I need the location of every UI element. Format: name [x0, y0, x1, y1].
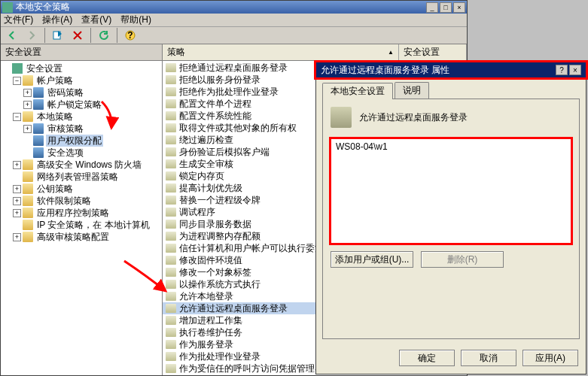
dialog-buttons: 确定 取消 应用(A) — [316, 345, 586, 374]
expand-icon[interactable]: − — [13, 113, 21, 121]
expand-icon[interactable]: + — [13, 233, 21, 241]
tab-page: 允许通过远程桌面服务登录 WS08-04\w1 添加用户或组(U)... 删除(… — [322, 99, 580, 339]
minimize-button[interactable]: _ — [426, 2, 438, 13]
policy-label: 同步目录服务数据 — [179, 218, 251, 231]
folder-icon — [23, 208, 33, 218]
policy-label: 执行卷维护任务 — [179, 326, 242, 339]
book-icon — [33, 123, 44, 134]
expand-icon[interactable]: + — [13, 197, 21, 205]
user-list[interactable]: WS08-04\w1 — [331, 138, 571, 244]
policy-icon — [166, 123, 176, 132]
expand-icon[interactable]: + — [13, 161, 21, 169]
titlebar: 本地安全策略 _ □ × — [1, 1, 467, 14]
tree-software-restrict[interactable]: 软件限制策略 — [35, 195, 93, 207]
menu-help[interactable]: 帮助(H) — [120, 14, 151, 26]
policy-label: 允许通过远程桌面服务登录 — [179, 302, 288, 315]
app-icon — [2, 2, 13, 13]
apply-button[interactable]: 应用(A) — [522, 350, 578, 366]
expand-icon[interactable]: + — [13, 209, 21, 217]
policy-label: 生成安全审核 — [179, 158, 233, 171]
menu-file[interactable]: 文件(F) — [4, 14, 33, 26]
book-icon — [33, 87, 44, 98]
cancel-button[interactable]: 取消 — [461, 350, 516, 366]
tree-root[interactable]: 安全设置 — [25, 62, 64, 74]
svg-text:?: ? — [127, 30, 133, 41]
policy-icon — [166, 75, 176, 84]
user-entry[interactable]: WS08-04\w1 — [334, 141, 568, 153]
policy-icon — [166, 171, 176, 180]
tree-audit-policy[interactable]: 审核策略 — [46, 123, 85, 135]
folder-icon — [23, 220, 33, 230]
policy-label: 替换一个进程级令牌 — [179, 194, 260, 207]
tree-account-policy[interactable]: 帐户策略 — [35, 74, 75, 86]
tree[interactable]: 安全设置 −帐户策略 +密码策略 +帐户锁定策略 −本地策略 +审核策略 用户权… — [1, 61, 162, 375]
folder-icon — [23, 75, 33, 86]
book-icon — [33, 135, 44, 146]
tree-password-policy[interactable]: 密码策略 — [46, 86, 85, 99]
tree-local-policy[interactable]: 本地策略 — [35, 111, 75, 123]
folder-icon — [23, 111, 33, 122]
policy-icon — [166, 364, 176, 373]
col-policy[interactable]: 策略▲ — [163, 44, 399, 60]
policy-label: 调试程序 — [179, 206, 215, 219]
policy-icon — [166, 99, 176, 108]
policy-label: 修改固件环境值 — [179, 254, 242, 267]
book-icon — [33, 147, 44, 158]
tree-netlist[interactable]: 网络列表管理器策略 — [35, 171, 120, 183]
expand-icon[interactable]: + — [13, 185, 21, 193]
export-button[interactable] — [50, 27, 66, 44]
menu-action[interactable]: 操作(A) — [42, 14, 72, 26]
tree-pubkey[interactable]: 公钥策略 — [35, 183, 75, 195]
close-button[interactable]: × — [453, 2, 465, 13]
policy-icon — [331, 107, 352, 128]
sort-indicator-icon: ▲ — [388, 49, 394, 56]
help-button[interactable]: ? — [556, 65, 568, 75]
tree-ipsec[interactable]: IP 安全策略，在 本地计算机 — [35, 219, 151, 231]
tree-appctrl[interactable]: 应用程序控制策略 — [35, 207, 111, 219]
tree-firewall[interactable]: 高级安全 Windows 防火墙 — [35, 159, 143, 171]
remove-button[interactable]: 删除(R) — [421, 251, 504, 268]
policy-label: 增加进程工作集 — [179, 314, 242, 327]
policy-label: 提高计划优先级 — [179, 182, 242, 195]
dialog-titlebar: 允许通过远程桌面服务登录 属性 ? × — [316, 62, 586, 77]
tree-advaudit[interactable]: 高级审核策略配置 — [35, 231, 111, 243]
policy-icon — [166, 111, 176, 120]
policy-icon — [166, 316, 176, 325]
folder-icon — [23, 196, 33, 206]
expand-icon[interactable]: + — [23, 125, 32, 133]
policy-label: 允许本地登录 — [179, 290, 233, 303]
expand-icon[interactable]: − — [13, 77, 21, 85]
tree-header: 安全设置 — [1, 44, 162, 61]
folder-icon — [23, 159, 33, 170]
tree-security-options[interactable]: 安全选项 — [46, 147, 85, 159]
tab-explain[interactable]: 说明 — [395, 82, 429, 99]
tab-local-security[interactable]: 本地安全设置 — [322, 83, 393, 99]
folder-icon — [23, 171, 33, 182]
col-setting[interactable]: 安全设置 — [399, 44, 467, 60]
policy-label: 信任计算机和用户帐户可以执行委派 — [179, 242, 324, 255]
maximize-button[interactable]: □ — [440, 2, 452, 13]
tree-lockout-policy[interactable]: 帐户锁定策略 — [46, 99, 103, 111]
policy-icon — [166, 304, 176, 313]
tree-user-rights[interactable]: 用户权限分配 — [46, 135, 103, 147]
policy-label: 绕过遍历检查 — [179, 134, 233, 147]
expand-icon[interactable]: + — [23, 89, 32, 97]
policy-icon — [166, 280, 176, 289]
ok-button[interactable]: 确定 — [399, 350, 455, 366]
policy-icon — [166, 159, 176, 168]
policy-label: 修改一个对象标签 — [179, 266, 251, 279]
shield-icon — [12, 63, 23, 74]
add-user-button[interactable]: 添加用户或组(U)... — [331, 251, 413, 268]
forward-button[interactable] — [23, 27, 40, 44]
properties-dialog: 允许通过远程桌面服务登录 属性 ? × 本地安全设置 说明 允许通过远程桌面服务… — [315, 62, 586, 374]
menu-view[interactable]: 查看(V) — [81, 14, 111, 26]
delete-button[interactable] — [69, 27, 86, 44]
back-button[interactable] — [4, 27, 20, 44]
help-button[interactable]: ? — [122, 27, 139, 44]
close-button[interactable]: × — [569, 65, 581, 75]
refresh-button[interactable] — [96, 27, 112, 44]
expand-icon[interactable]: + — [23, 101, 32, 109]
policy-label: 作为批处理作业登录 — [179, 350, 260, 363]
policy-label: 作为受信任的呼叫方访问凭据管理器 — [179, 362, 324, 375]
policy-icon — [166, 340, 176, 349]
